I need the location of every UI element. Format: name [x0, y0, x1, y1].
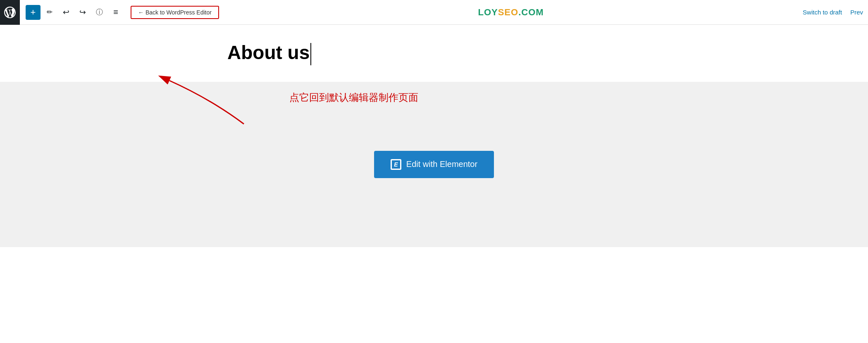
loyseo-logo: LOYSEO.COM [478, 7, 544, 18]
redo-icon: ↪ [79, 7, 86, 17]
info-icon: ⓘ [96, 7, 103, 17]
logo-loy: LOY [478, 7, 498, 17]
wordpress-logo [0, 0, 20, 25]
toolbar-right: Switch to draft Prev [803, 9, 863, 16]
redo-button[interactable]: ↪ [75, 5, 90, 20]
toolbar-center: LOYSEO.COM [219, 7, 803, 18]
page-title-area: About us [0, 41, 311, 74]
edit-elementor-label: Edit with Elementor [406, 160, 477, 169]
pen-button[interactable]: ✏ [42, 5, 57, 20]
back-to-wordpress-button[interactable]: ← Back to WordPress Editor [131, 6, 219, 19]
elementor-section: E Edit with Elementor [0, 82, 868, 247]
details-button[interactable]: ≡ [108, 5, 123, 20]
pen-icon: ✏ [47, 8, 52, 17]
toolbar: + ✏ ↩ ↪ ⓘ ≡ ← Back to WordPress Editor L… [0, 0, 868, 25]
editor-area: About us [0, 25, 868, 82]
edit-with-elementor-button[interactable]: E Edit with Elementor [374, 151, 494, 178]
wp-logo-icon [4, 7, 16, 18]
add-block-button[interactable]: + [26, 5, 41, 20]
preview-button[interactable]: Prev [850, 9, 863, 16]
elementor-icon: E [391, 159, 401, 170]
details-icon: ≡ [113, 7, 118, 17]
page-title-text: About us [227, 42, 310, 63]
logo-seo: SEO [498, 7, 518, 17]
logo-com: .COM [518, 7, 544, 17]
undo-button[interactable]: ↩ [59, 5, 74, 20]
main-content: About us 点它回到默认编辑器制作页面 E Edit with Eleme… [0, 25, 868, 247]
text-cursor [310, 43, 311, 65]
switch-to-draft-button[interactable]: Switch to draft [803, 9, 842, 16]
info-button[interactable]: ⓘ [92, 5, 107, 20]
undo-icon: ↩ [63, 7, 69, 17]
